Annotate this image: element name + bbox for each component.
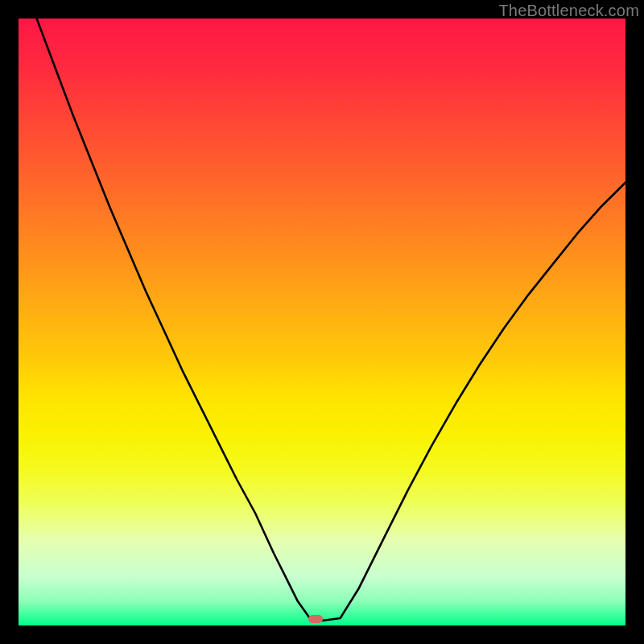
chart-frame: TheBottleneck.com [0, 0, 644, 644]
optimal-point-marker [308, 615, 323, 623]
watermark-text: TheBottleneck.com [498, 2, 639, 20]
bottleneck-curve [19, 19, 625, 625]
plot-area [19, 19, 625, 625]
